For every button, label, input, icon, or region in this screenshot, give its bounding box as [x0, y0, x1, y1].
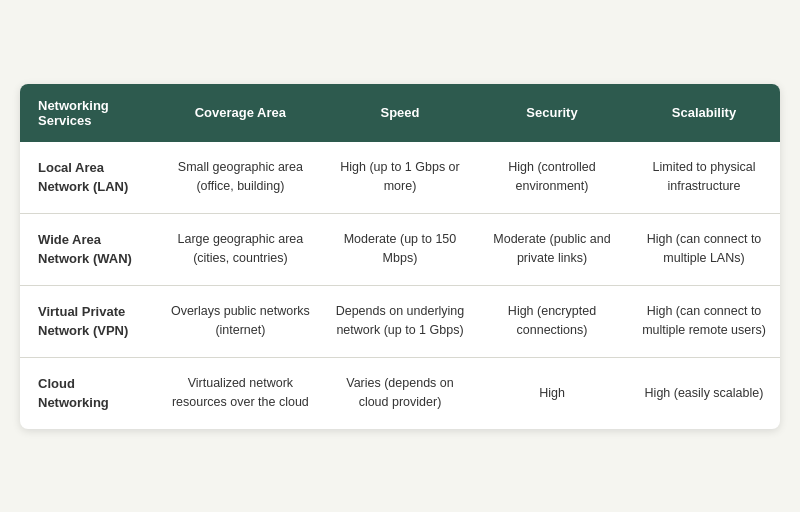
cell-security-2: High (encrypted connections)	[476, 285, 628, 357]
header-coverage: Coverage Area	[157, 84, 324, 142]
cell-scalability-0: Limited to physical infrastructure	[628, 142, 780, 214]
cell-coverage-1: Large geographic area (cities, countries…	[157, 213, 324, 285]
cell-service-3: Cloud Networking	[20, 357, 157, 429]
cell-coverage-3: Virtualized network resources over the c…	[157, 357, 324, 429]
cell-security-1: Moderate (public and private links)	[476, 213, 628, 285]
cell-service-0: Local Area Network (LAN)	[20, 142, 157, 214]
networking-table: Networking Services Coverage Area Speed …	[20, 84, 780, 429]
table-row: Local Area Network (LAN)Small geographic…	[20, 142, 780, 214]
cell-scalability-3: High (easily scalable)	[628, 357, 780, 429]
cell-speed-2: Depends on underlying network (up to 1 G…	[324, 285, 476, 357]
header-scalability: Scalability	[628, 84, 780, 142]
table-row: Cloud NetworkingVirtualized network reso…	[20, 357, 780, 429]
header-speed: Speed	[324, 84, 476, 142]
header-service: Networking Services	[20, 84, 157, 142]
table-row: Wide Area Network (WAN)Large geographic …	[20, 213, 780, 285]
header-security: Security	[476, 84, 628, 142]
cell-security-3: High	[476, 357, 628, 429]
cell-speed-0: High (up to 1 Gbps or more)	[324, 142, 476, 214]
cell-service-2: Virtual Private Network (VPN)	[20, 285, 157, 357]
table-row: Virtual Private Network (VPN)Overlays pu…	[20, 285, 780, 357]
cell-coverage-2: Overlays public networks (internet)	[157, 285, 324, 357]
cell-security-0: High (controlled environment)	[476, 142, 628, 214]
cell-speed-1: Moderate (up to 150 Mbps)	[324, 213, 476, 285]
cell-scalability-1: High (can connect to multiple LANs)	[628, 213, 780, 285]
table-header-row: Networking Services Coverage Area Speed …	[20, 84, 780, 142]
cell-service-1: Wide Area Network (WAN)	[20, 213, 157, 285]
cell-scalability-2: High (can connect to multiple remote use…	[628, 285, 780, 357]
cell-speed-3: Varies (depends on cloud provider)	[324, 357, 476, 429]
cell-coverage-0: Small geographic area (office, building)	[157, 142, 324, 214]
